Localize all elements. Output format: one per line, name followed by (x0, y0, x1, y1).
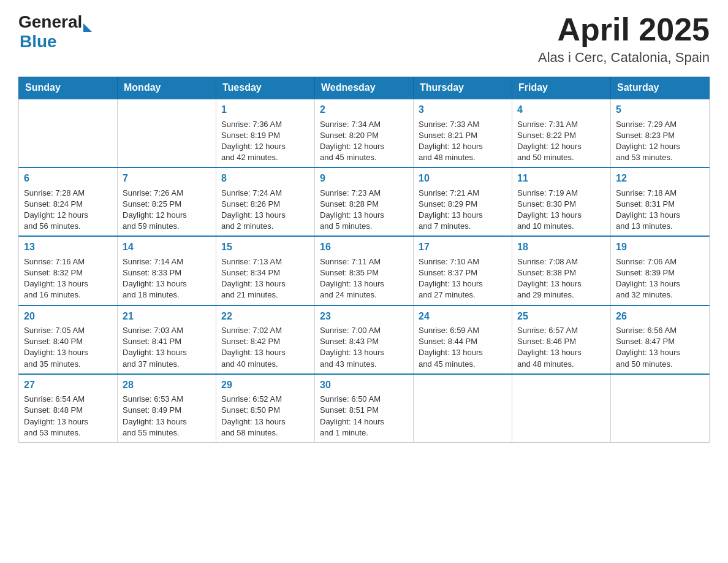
day-info: Daylight: 13 hours (320, 210, 408, 221)
day-info: and 48 minutes. (517, 359, 605, 370)
day-info: Sunrise: 7:10 AM (419, 256, 507, 267)
day-info: Sunset: 8:26 PM (221, 199, 309, 210)
day-info: and 50 minutes. (616, 359, 704, 370)
day-number: 19 (616, 240, 704, 254)
day-info: and 45 minutes. (320, 152, 408, 163)
day-number: 26 (616, 310, 704, 323)
day-header-friday: Friday (512, 77, 611, 99)
day-header-sunday: Sunday (19, 77, 118, 99)
day-info: Sunset: 8:44 PM (419, 336, 507, 347)
day-info: and 53 minutes. (24, 427, 112, 439)
day-number: 16 (320, 240, 408, 254)
logo-arrow-icon (83, 23, 92, 32)
calendar-cell: 29Sunrise: 6:52 AMSunset: 8:50 PMDayligh… (216, 374, 315, 443)
day-info: Daylight: 13 hours (24, 347, 112, 358)
calendar-cell: 20Sunrise: 7:05 AMSunset: 8:40 PMDayligh… (19, 305, 118, 374)
calendar-cell (414, 374, 512, 443)
day-info: Sunset: 8:49 PM (123, 405, 211, 416)
day-info: Sunrise: 7:26 AM (123, 188, 211, 199)
day-number: 22 (221, 310, 309, 323)
calendar-week-3: 13Sunrise: 7:16 AMSunset: 8:32 PMDayligh… (19, 236, 710, 305)
day-header-tuesday: Tuesday (216, 77, 315, 99)
day-info: Daylight: 13 hours (517, 210, 605, 221)
day-number: 4 (517, 103, 605, 117)
calendar-cell: 10Sunrise: 7:21 AMSunset: 8:29 PMDayligh… (414, 167, 512, 236)
day-info: Sunrise: 7:16 AM (24, 256, 112, 267)
logo: General Blue (18, 12, 92, 52)
calendar-cell: 27Sunrise: 6:54 AMSunset: 8:48 PMDayligh… (19, 374, 118, 443)
day-info: Daylight: 13 hours (123, 278, 211, 289)
logo-blue-text: Blue (20, 32, 92, 52)
day-number: 21 (123, 310, 211, 323)
day-info: Daylight: 12 hours (221, 141, 309, 152)
day-info: Sunrise: 7:19 AM (517, 188, 605, 199)
day-info: and 21 minutes. (221, 289, 309, 301)
day-info: Sunset: 8:32 PM (24, 267, 112, 278)
day-info: Daylight: 13 hours (419, 278, 507, 289)
day-info: Daylight: 13 hours (320, 278, 408, 289)
calendar-cell: 21Sunrise: 7:03 AMSunset: 8:41 PMDayligh… (118, 305, 216, 374)
day-info: Sunset: 8:40 PM (24, 336, 112, 347)
calendar-cell: 26Sunrise: 6:56 AMSunset: 8:47 PMDayligh… (611, 305, 710, 374)
day-number: 7 (123, 172, 211, 185)
day-info: and 32 minutes. (616, 289, 704, 301)
day-info: Daylight: 13 hours (616, 278, 704, 289)
day-info: Daylight: 13 hours (419, 347, 507, 358)
calendar-week-4: 20Sunrise: 7:05 AMSunset: 8:40 PMDayligh… (19, 305, 710, 374)
day-info: Sunrise: 7:33 AM (419, 119, 507, 130)
title-block: April 2025 Alas i Cerc, Catalonia, Spain (538, 12, 710, 66)
calendar-cell: 24Sunrise: 6:59 AMSunset: 8:44 PMDayligh… (414, 305, 512, 374)
calendar-cell (512, 374, 611, 443)
day-number: 17 (419, 240, 507, 254)
day-number: 10 (419, 172, 507, 185)
day-info: Daylight: 14 hours (320, 416, 408, 427)
day-info: and 50 minutes. (517, 152, 605, 163)
day-info: and 27 minutes. (419, 289, 507, 301)
calendar-cell: 3Sunrise: 7:33 AMSunset: 8:21 PMDaylight… (414, 99, 512, 167)
day-info: Sunrise: 6:53 AM (123, 394, 211, 405)
day-info: Sunset: 8:19 PM (221, 130, 309, 141)
day-info: Daylight: 13 hours (221, 347, 309, 358)
day-info: Daylight: 12 hours (419, 141, 507, 152)
day-info: Daylight: 13 hours (24, 278, 112, 289)
day-info: Sunset: 8:28 PM (320, 199, 408, 210)
day-info: Sunset: 8:21 PM (419, 130, 507, 141)
calendar-cell: 14Sunrise: 7:14 AMSunset: 8:33 PMDayligh… (118, 236, 216, 305)
day-info: Sunrise: 7:14 AM (123, 256, 211, 267)
calendar-cell: 30Sunrise: 6:50 AMSunset: 8:51 PMDayligh… (315, 374, 414, 443)
day-info: Sunrise: 6:59 AM (419, 325, 507, 336)
day-number: 29 (221, 378, 309, 392)
day-number: 15 (221, 240, 309, 254)
calendar-cell: 28Sunrise: 6:53 AMSunset: 8:49 PMDayligh… (118, 374, 216, 443)
day-info: Sunset: 8:29 PM (419, 199, 507, 210)
day-info: Sunset: 8:33 PM (123, 267, 211, 278)
day-info: Sunrise: 6:54 AM (24, 394, 112, 405)
day-info: Sunset: 8:48 PM (24, 405, 112, 416)
day-info: Daylight: 13 hours (517, 347, 605, 358)
day-headers-row: SundayMondayTuesdayWednesdayThursdayFrid… (19, 77, 710, 99)
day-info: Sunrise: 7:34 AM (320, 119, 408, 130)
day-info: Sunrise: 7:13 AM (221, 256, 309, 267)
calendar-cell: 2Sunrise: 7:34 AMSunset: 8:20 PMDaylight… (315, 99, 414, 167)
calendar-cell: 5Sunrise: 7:29 AMSunset: 8:23 PMDaylight… (611, 99, 710, 167)
day-info: Sunset: 8:22 PM (517, 130, 605, 141)
day-info: Sunrise: 7:18 AM (616, 188, 704, 199)
day-info: and 5 minutes. (320, 221, 408, 232)
day-info: Sunset: 8:37 PM (419, 267, 507, 278)
day-info: Sunset: 8:31 PM (616, 199, 704, 210)
day-info: and 16 minutes. (24, 289, 112, 301)
day-number: 28 (123, 378, 211, 392)
calendar-cell: 16Sunrise: 7:11 AMSunset: 8:35 PMDayligh… (315, 236, 414, 305)
calendar-cell: 17Sunrise: 7:10 AMSunset: 8:37 PMDayligh… (414, 236, 512, 305)
day-number: 24 (419, 310, 507, 323)
day-info: Daylight: 13 hours (616, 210, 704, 221)
day-info: Sunset: 8:38 PM (517, 267, 605, 278)
day-number: 18 (517, 240, 605, 254)
day-info: and 10 minutes. (517, 221, 605, 232)
day-header-thursday: Thursday (414, 77, 512, 99)
day-info: Sunrise: 7:03 AM (123, 325, 211, 336)
day-number: 23 (320, 310, 408, 323)
day-info: and 29 minutes. (517, 289, 605, 301)
day-info: Daylight: 13 hours (419, 210, 507, 221)
day-info: and 35 minutes. (24, 359, 112, 370)
